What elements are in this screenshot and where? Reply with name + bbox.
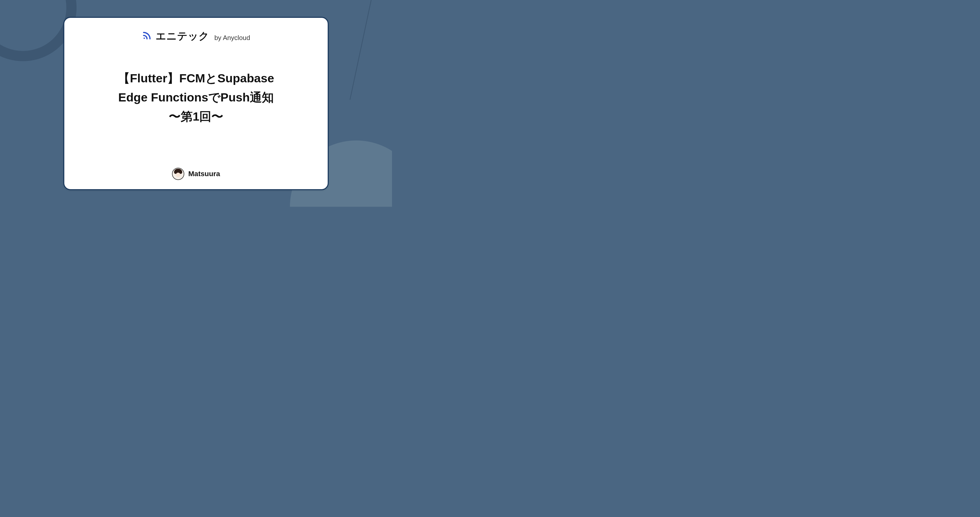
author-row: Matsuura [172,168,220,180]
brand-title: エニテック [156,29,209,43]
brand-subtitle: by Anycloud [215,34,250,43]
article-card: エニテック by Anycloud 【Flutter】FCMとSupabase … [63,17,329,190]
avatar [172,168,184,180]
author-name: Matsuura [188,170,220,178]
bg-decoration-line [350,0,372,100]
article-title: 【Flutter】FCMとSupabase Edge FunctionsでPus… [118,68,274,126]
svg-point-0 [143,38,145,39]
rss-icon [142,30,152,41]
brand-row: エニテック by Anycloud [142,29,250,43]
